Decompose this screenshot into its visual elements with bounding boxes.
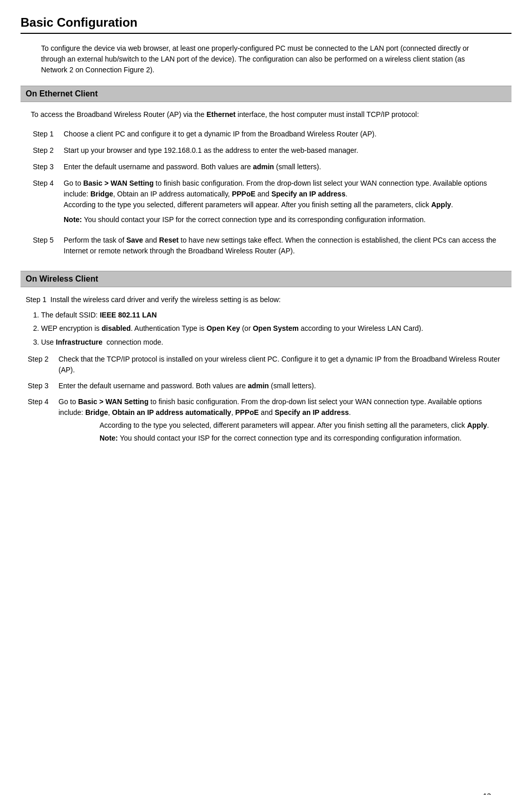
step5-label: Step 5 [31, 233, 62, 261]
wireless-step4-note-label: Note: [100, 434, 118, 442]
ethernet-step-4-row: Step 4 Go to Basic > WAN Setting to fini… [31, 176, 501, 233]
page-title: Basic Configuration [21, 15, 511, 30]
page-number: 13 [483, 792, 491, 795]
step1-content: Choose a client PC and configure it to g… [62, 127, 501, 144]
infrastructure-bold: Infrastructure [56, 338, 103, 346]
step4-pppoe: PPPoE [232, 190, 255, 198]
wireless-step2-content: Check that the TCP/IP protocol is instal… [56, 353, 506, 380]
step4-specify: Specify an IP address [271, 190, 345, 198]
wireless-section-content: Step 1 Install the wireless card driver … [26, 294, 506, 448]
ethernet-step-5-row: Step 5 Perform the task of Save and Rese… [31, 233, 501, 261]
wireless-steps-table: Step 2 Check that the TCP/IP protocol is… [26, 353, 506, 448]
open-system-bold: Open System [253, 324, 299, 332]
wireless-step4-basic-wan: Basic > WAN Setting [78, 398, 148, 406]
wireless-section-header: On Wireless Client [21, 271, 511, 287]
step5-reset: Reset [159, 236, 179, 244]
wireless-step4-note: Note: You should contact your ISP for th… [100, 433, 504, 444]
wireless-step1-intro: Step 1 Install the wireless card driver … [26, 294, 506, 305]
wireless-step-4-row: Step 4 Go to Basic > WAN Setting to fini… [26, 395, 506, 448]
intro-paragraph: To configure the device via web browser,… [41, 43, 491, 75]
step4-label: Step 4 [31, 176, 62, 233]
ethernet-intro: To access the Broadband Wireless Router … [31, 109, 501, 120]
step2-label: Step 2 [31, 144, 62, 160]
open-key-bold: Open Key [206, 324, 240, 332]
wireless-step4-specify: Specify an IP address [274, 408, 348, 416]
wireless-step4-apply: Apply [467, 421, 487, 429]
wireless-numbered-list: The default SSID: IEEE 802.11 LAN WEP en… [41, 309, 506, 348]
ethernet-step-1-row: Step 1 Choose a client PC and configure … [31, 127, 501, 144]
step2-content: Start up your browser and type 192.168.0… [62, 144, 501, 160]
step4-basic-wan: Basic > WAN Setting [83, 179, 153, 187]
step1-label: Step 1 [31, 127, 62, 144]
wireless-step4-obtain: Obtain an IP address automatically [112, 408, 231, 416]
step5-content: Perform the task of Save and Reset to ha… [62, 233, 501, 261]
ssid-bold: IEEE 802.11 LAN [100, 311, 156, 319]
wireless-step-2-row: Step 2 Check that the TCP/IP protocol is… [26, 353, 506, 380]
ethernet-section-header: On Ethernet Client [21, 86, 511, 102]
wireless-step-3-row: Step 3 Enter the default username and pa… [26, 380, 506, 395]
step4-apply: Apply [431, 201, 451, 209]
wireless-step3-label: Step 3 [26, 380, 56, 395]
disabled-bold: disabled [102, 324, 131, 332]
ethernet-section-content: To access the Broadband Wireless Router … [31, 109, 501, 261]
wireless-list-item-2: WEP encryption is disabled. Authenticati… [41, 323, 506, 334]
step4-content: Go to Basic > WAN Setting to finish basi… [62, 176, 501, 233]
wireless-list-item-1: The default SSID: IEEE 802.11 LAN [41, 309, 506, 321]
wireless-step4-label: Step 4 [26, 395, 56, 448]
wireless-step3-content: Enter the default username and password.… [56, 380, 506, 395]
step3-admin-bold: admin [253, 163, 274, 171]
wireless-step4-bridge: Bridge [85, 408, 108, 416]
ethernet-step-3-row: Step 3 Enter the default username and pa… [31, 160, 501, 176]
step5-save: Save [126, 236, 143, 244]
wireless-step4-content: Go to Basic > WAN Setting to finish basi… [56, 395, 506, 448]
step3-content: Enter the default username and password.… [62, 160, 501, 176]
ethernet-bold: Ethernet [206, 110, 235, 118]
wireless-step4-indent: According to the type you selected, diff… [100, 420, 504, 431]
wireless-step4-pppoe: PPPoE [235, 408, 259, 416]
ethernet-steps-table: Step 1 Choose a client PC and configure … [31, 127, 501, 261]
wireless-step3-admin: admin [248, 382, 269, 390]
step3-label: Step 3 [31, 160, 62, 176]
step4-note-label: Note: [64, 215, 82, 224]
wireless-step2-label: Step 2 [26, 353, 56, 380]
ethernet-step-2-row: Step 2 Start up your browser and type 19… [31, 144, 501, 160]
wireless-list-item-3: Use Infrastructure connection mode. [41, 336, 506, 348]
step4-note: Note: You should contact your ISP for th… [64, 214, 499, 225]
title-divider [21, 33, 511, 34]
step4-bridge: Bridge [90, 190, 113, 198]
